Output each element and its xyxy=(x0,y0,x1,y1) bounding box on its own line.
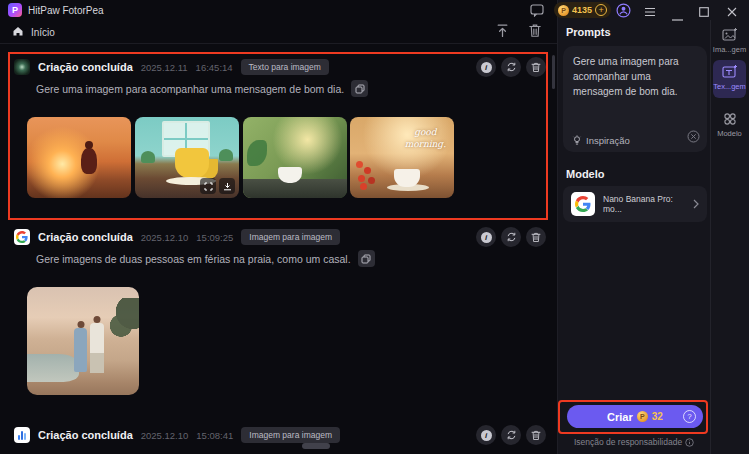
image-plus-icon xyxy=(722,27,738,42)
preview-expand-icon[interactable] xyxy=(200,178,216,194)
lightbulb-icon xyxy=(572,135,582,146)
regenerate-icon xyxy=(506,62,517,72)
model-name: Nano Banana Pro: mo... xyxy=(603,194,693,214)
image-caption: good morning. xyxy=(405,126,446,150)
tab-modelo[interactable]: Modelo xyxy=(710,112,749,138)
entry2-delete-button[interactable] xyxy=(526,227,546,247)
model-selector[interactable]: Nano Banana Pro: mo... xyxy=(563,186,707,222)
chart-mini-icon xyxy=(14,427,30,443)
entry1-delete-button[interactable] xyxy=(526,57,546,77)
coin-icon: P xyxy=(558,5,569,16)
leaf-shape xyxy=(247,140,267,166)
cup-shape xyxy=(175,148,209,178)
disclaimer-link[interactable]: Isenção de responsabilidade xyxy=(558,437,710,447)
grid-dots-icon xyxy=(723,112,737,126)
info-icon: i xyxy=(481,62,492,73)
entry1-time: 16:45:14 xyxy=(196,62,233,73)
entry1-status: Criação concluída xyxy=(38,61,133,73)
entry2-prompt: Gere imagens de duas pessoas em férias n… xyxy=(36,253,351,265)
inspiration-button[interactable]: Inspiração xyxy=(572,135,630,146)
menu-icon[interactable] xyxy=(644,5,656,20)
app-window: P HitPaw FotorPea P 4135 + Início xyxy=(0,0,749,454)
plant-shape xyxy=(141,151,155,163)
entry2-copy-button[interactable] xyxy=(358,250,375,267)
create-button-label: Criar xyxy=(607,411,633,423)
entry1-prompt: Gere uma imagem para acompanhar uma mens… xyxy=(36,83,344,95)
trash-icon xyxy=(531,430,541,441)
entry2-time: 15:09:25 xyxy=(196,232,233,243)
home-icon xyxy=(12,25,24,39)
minimize-button[interactable] xyxy=(672,9,683,24)
entry2-date: 2025.12.10 xyxy=(141,232,189,243)
man-figure xyxy=(90,323,104,373)
copy-icon xyxy=(355,84,365,94)
nav-home-label: Início xyxy=(31,27,55,38)
google-icon xyxy=(14,229,30,245)
scroll-handle[interactable] xyxy=(302,443,330,449)
scrollbar-thumb[interactable] xyxy=(552,55,555,89)
titlebar: P HitPaw FotorPea P 4135 + xyxy=(0,0,749,20)
cup-shape xyxy=(394,169,420,187)
feedback-chat-icon[interactable] xyxy=(530,4,544,20)
trash-icon xyxy=(531,232,541,243)
woman-figure xyxy=(74,328,87,372)
coin-balance: 4135 xyxy=(572,5,592,15)
entry2-type-badge: Imagem para imagem xyxy=(241,229,340,245)
info-circle-icon xyxy=(685,438,694,447)
nav-home[interactable]: Início xyxy=(12,25,55,39)
prompt-input[interactable]: Gere uma imagem para acompanhar uma mens… xyxy=(563,46,707,152)
clear-prompt-icon[interactable] xyxy=(687,130,700,146)
prompts-title: Prompts xyxy=(566,26,611,38)
entry2-regenerate-button[interactable] xyxy=(501,227,521,247)
regenerate-icon xyxy=(506,430,517,440)
coin-balance-pill[interactable]: P 4135 + xyxy=(554,2,611,18)
clear-history-trash-icon[interactable] xyxy=(528,23,542,41)
account-icon[interactable] xyxy=(616,3,631,21)
entry3-time: 15:08:41 xyxy=(196,430,233,441)
generated-image-yellow-cup[interactable] xyxy=(135,117,239,198)
entry3-date: 2025.12.10 xyxy=(141,430,189,441)
info-icon: i xyxy=(481,232,492,243)
entry3-status: Criação concluída xyxy=(38,429,133,441)
generated-image-good-morning[interactable]: good morning. xyxy=(350,117,454,198)
entry3-info-button[interactable]: i xyxy=(476,425,496,445)
generated-image-sunset-beach[interactable] xyxy=(27,117,131,198)
coin-icon: P xyxy=(637,411,648,422)
tab-text-to-image[interactable]: Tex...gem xyxy=(710,64,749,91)
export-icon[interactable] xyxy=(495,23,510,41)
copy-icon xyxy=(361,254,371,264)
entry2-prompt-row: Gere imagens de duas pessoas em férias n… xyxy=(36,250,546,267)
figure-silhouette xyxy=(81,148,97,174)
entry1-mini-thumbnail-icon xyxy=(14,59,30,75)
tab-label: Tex...gem xyxy=(713,82,746,91)
info-icon: i xyxy=(481,430,492,441)
logo-letter: P xyxy=(12,5,18,15)
add-coins-button[interactable]: + xyxy=(595,4,607,16)
entry1-prompt-row: Gere uma imagem para acompanhar uma mens… xyxy=(36,80,546,97)
create-cost: 32 xyxy=(652,411,663,422)
entry1-copy-button[interactable] xyxy=(351,80,368,97)
maximize-button[interactable] xyxy=(699,5,709,20)
entry1-type-badge: Texto para imagem xyxy=(241,59,329,75)
palm-shape xyxy=(105,298,139,344)
app-logo: P xyxy=(8,3,22,17)
entry1-date: 2025.12.11 xyxy=(141,62,188,73)
help-icon[interactable]: ? xyxy=(683,410,696,423)
entry1-info-button[interactable]: i xyxy=(476,57,496,77)
generated-image-couple-beach[interactable] xyxy=(27,287,139,395)
entry3-delete-button[interactable] xyxy=(526,425,546,445)
text-plus-icon xyxy=(722,64,738,79)
app-title: HitPaw FotorPea xyxy=(28,5,104,16)
sea-shape xyxy=(27,354,79,382)
tab-image-to-image[interactable]: Ima...gem xyxy=(710,27,749,54)
entry2-info-button[interactable]: i xyxy=(476,227,496,247)
entry3-regenerate-button[interactable] xyxy=(501,425,521,445)
generated-image-green-cup[interactable] xyxy=(243,117,347,198)
download-icon[interactable] xyxy=(219,178,235,194)
entry2-status: Criação concluída xyxy=(38,231,133,243)
plant-shape xyxy=(219,149,233,161)
close-button[interactable] xyxy=(727,5,737,20)
divider xyxy=(0,43,557,44)
create-button[interactable]: Criar P 32 ? xyxy=(567,405,703,428)
entry1-regenerate-button[interactable] xyxy=(501,57,521,77)
